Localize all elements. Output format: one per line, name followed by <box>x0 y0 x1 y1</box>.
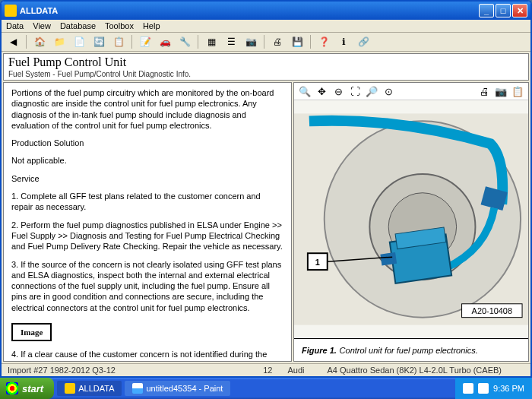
image-toolbar: 🔍 ✥ ⊖ ⛶ 🔎 ⊙ 🖨 📷 📋 <box>294 83 528 100</box>
tray-icon[interactable] <box>478 383 489 394</box>
start-button[interactable]: start <box>0 378 54 399</box>
taskbar: start ALLDATA untitled45354 - Paint 9:36… <box>0 378 532 399</box>
titlebar: ALLDATA _ □ ✕ <box>2 2 530 20</box>
page-header: Fuel Pump Control Unit Fuel System - Fue… <box>3 53 529 81</box>
maximize-button[interactable]: □ <box>496 4 511 17</box>
info-icon[interactable]: ℹ <box>337 35 350 49</box>
menu-help[interactable]: Help <box>143 21 160 30</box>
system-tray[interactable]: 9:36 PM <box>455 378 532 399</box>
menu-view[interactable]: View <box>33 21 51 30</box>
print-icon[interactable]: 🖨 <box>271 35 284 49</box>
status-num: 12 <box>263 366 272 375</box>
view1-icon[interactable]: ▦ <box>204 35 218 49</box>
para: Portions of the fuel pump circuitry whic… <box>11 87 283 131</box>
close-button[interactable]: ✕ <box>512 4 527 17</box>
reset-icon[interactable]: ⊙ <box>382 85 394 97</box>
para: Service <box>11 173 283 184</box>
tool-icon[interactable]: 🔧 <box>178 35 192 49</box>
image-panel: 🔍 ✥ ⊖ ⛶ 🔎 ⊙ 🖨 📷 📋 <box>293 82 529 362</box>
clock: 9:36 PM <box>493 384 524 393</box>
zoom-out-icon[interactable]: ⊖ <box>332 85 344 97</box>
fit-icon[interactable]: ⛶ <box>349 85 361 97</box>
view2-icon[interactable]: ☰ <box>224 35 238 49</box>
doc-icon[interactable]: 📄 <box>72 35 86 49</box>
status-make: Audi <box>287 366 304 375</box>
home-icon[interactable]: 🏠 <box>33 35 46 49</box>
zoom2-icon[interactable]: 🔎 <box>366 85 378 97</box>
save-icon[interactable]: 💾 <box>290 35 304 49</box>
folder-icon[interactable]: 📁 <box>52 35 66 49</box>
back-button[interactable]: ◀ <box>6 35 20 49</box>
app-icon <box>5 5 17 17</box>
print-img-icon[interactable]: 🖨 <box>478 85 490 97</box>
menu-database[interactable]: Database <box>60 21 96 30</box>
status-dataset: Import #27 1982-2012 Q3-12 <box>8 366 116 375</box>
svg-rect-7 <box>380 252 397 266</box>
list-icon[interactable]: 📋 <box>112 35 125 49</box>
zoom-in-icon[interactable]: 🔍 <box>299 85 311 97</box>
refresh-icon[interactable]: 🔄 <box>92 35 106 49</box>
svg-text:A20-10408: A20-10408 <box>472 306 512 315</box>
minimize-button[interactable]: _ <box>479 4 494 17</box>
car-icon[interactable]: 🚗 <box>158 35 172 49</box>
app-title: ALLDATA <box>20 6 479 15</box>
para: Not applicable. <box>11 155 283 166</box>
task-alldata[interactable]: ALLDATA <box>57 381 122 396</box>
status-model: A4 Quattro Sedan (8K2) L4-2.0L Turbo (CA… <box>328 366 502 375</box>
article-panel[interactable]: Portions of the fuel pump circuitry whic… <box>3 82 292 362</box>
camera-icon[interactable]: 📷 <box>244 35 258 49</box>
para: 4. If a clear cause of the customer conc… <box>11 349 283 362</box>
toolbar: ◀ 🏠 📁 📄 🔄 📋 📝 🚗 🔧 ▦ ☰ 📷 🖨 💾 ❓ ℹ 🔗 <box>2 33 530 52</box>
para: 3. If the source of the concern is not c… <box>11 259 283 313</box>
menu-toolbox[interactable]: Toolbox <box>105 21 134 30</box>
extra-icon[interactable]: 🔗 <box>356 35 370 49</box>
para: 2. Perform the fuel pump diagnostics pub… <box>11 220 283 252</box>
para: Production Solution <box>11 138 283 148</box>
menu-data[interactable]: Data <box>6 21 24 30</box>
diagram-image[interactable]: 1 A20-10408 <box>294 100 528 338</box>
page-title: Fuel Pump Control Unit <box>8 55 524 69</box>
svg-text:1: 1 <box>315 258 320 267</box>
menubar: Data View Database Toolbox Help <box>2 20 530 33</box>
image-button[interactable]: Image <box>11 323 52 341</box>
note-icon[interactable]: 📝 <box>138 35 152 49</box>
tray-icon[interactable] <box>463 383 473 394</box>
statusbar: Import #27 1982-2012 Q3-12 12 Audi A4 Qu… <box>2 363 530 376</box>
pan-icon[interactable]: ✥ <box>315 85 328 97</box>
task-paint[interactable]: untitled45354 - Paint <box>125 381 230 396</box>
copy-img-icon[interactable]: 📋 <box>511 85 524 97</box>
figure-caption: Figure 1. Control unit for fuel pump ele… <box>294 338 528 361</box>
camera-img-icon[interactable]: 📷 <box>495 85 507 97</box>
para: 1. Complete all GFF test plans related t… <box>11 191 283 213</box>
help-icon[interactable]: ❓ <box>317 35 331 49</box>
page-subtitle: Fuel System - Fuel Pump/Control Unit Dia… <box>8 70 524 78</box>
